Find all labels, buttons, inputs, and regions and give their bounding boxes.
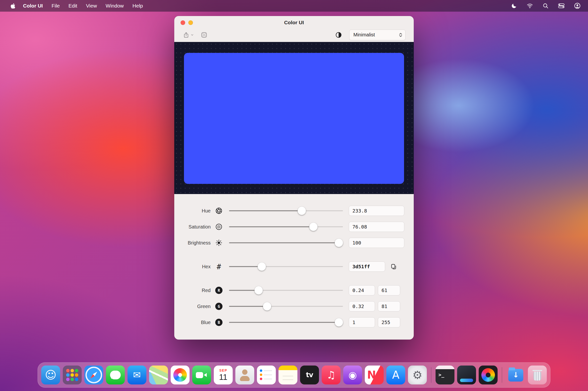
green-slider[interactable]: [229, 302, 343, 310]
settings-glyph: ⚙: [412, 369, 422, 381]
blue-fraction-input[interactable]: [349, 317, 375, 327]
terminal-glyph: >_: [439, 372, 444, 378]
green-badge-icon: G: [214, 303, 224, 310]
sun-icon: [214, 239, 224, 246]
news-glyph: N: [367, 370, 376, 380]
dock-icon-color-wheel[interactable]: [479, 366, 498, 385]
share-icon: [183, 31, 189, 38]
green-slider-thumb[interactable]: [263, 302, 271, 310]
contrast-icon: [335, 31, 342, 38]
red-255-input[interactable]: [378, 285, 400, 295]
search-icon[interactable]: [542, 3, 549, 9]
dock-icon-contacts[interactable]: [235, 366, 254, 385]
dock-icon-notes[interactable]: [279, 366, 297, 385]
red-fraction-input[interactable]: [349, 285, 375, 295]
menu-window[interactable]: Window: [101, 3, 128, 9]
saturation-slider-thumb[interactable]: [309, 223, 317, 231]
dock-icon-appletv[interactable]: tv: [300, 366, 319, 385]
dotted-circle-icon: [214, 223, 224, 230]
hue-slider-thumb[interactable]: [298, 207, 306, 215]
green-slider-fill: [229, 306, 267, 307]
green-255-input[interactable]: [378, 301, 400, 311]
hex-slider-thumb[interactable]: [258, 262, 266, 271]
dice-icon: [201, 31, 208, 38]
dock-icon-maps[interactable]: [149, 366, 168, 385]
finder-glyph: ☺: [45, 369, 57, 381]
window-title: Color UI: [174, 20, 414, 25]
dock-icon-finder[interactable]: ☺: [41, 366, 60, 385]
dock-icon-music[interactable]: ♫: [322, 366, 341, 385]
hue-value-input[interactable]: [349, 206, 404, 216]
dock-icon-trash[interactable]: [528, 366, 547, 385]
minimize-button[interactable]: [188, 20, 193, 25]
dock-icon-photos[interactable]: [171, 366, 190, 385]
blue-label: Blue: [185, 320, 211, 325]
dock-icon-calendar[interactable]: SEP11: [214, 366, 233, 385]
dock-icon-facetime[interactable]: [192, 366, 211, 385]
dock-icon-reminders[interactable]: [257, 366, 276, 385]
close-button[interactable]: [181, 20, 185, 25]
wifi-icon[interactable]: [526, 3, 533, 9]
saturation-label: Saturation: [185, 224, 211, 230]
hex-label: Hex: [185, 264, 211, 270]
hue-slider[interactable]: [229, 207, 343, 215]
desktop: Color UI File Edit View Window Help: [0, 0, 588, 391]
account-icon[interactable]: [574, 2, 581, 9]
dock-icon-news[interactable]: N: [365, 366, 384, 385]
red-slider[interactable]: [229, 286, 343, 294]
hue-slider-fill: [229, 210, 302, 211]
saturation-value-input[interactable]: [349, 222, 404, 232]
menu-help[interactable]: Help: [128, 3, 147, 9]
dock-icon-launchpad[interactable]: [63, 366, 82, 385]
calendar-month: SEP: [219, 369, 227, 372]
dock-icon-safari[interactable]: [84, 366, 103, 385]
blue-badge-icon: B: [214, 319, 224, 326]
color-ui-window: Color UI Minimalist: [174, 16, 414, 340]
green-label: Green: [185, 304, 211, 309]
brightness-value-input[interactable]: [349, 238, 404, 248]
menu-edit[interactable]: Edit: [64, 3, 82, 9]
red-slider-fill: [229, 290, 259, 291]
hex-row: Hex #: [185, 259, 404, 275]
dock-icon-app-dark[interactable]: [457, 366, 476, 385]
dock-icon-mail[interactable]: ✉: [128, 366, 147, 385]
blue-slider-thumb[interactable]: [335, 318, 343, 326]
dock-icon-messages[interactable]: [106, 366, 125, 385]
green-fraction-input[interactable]: [349, 301, 375, 311]
theme-select-value: Minimalist: [353, 32, 375, 38]
dock: ☺✉SEP11tv♫◉NA⚙>_↓: [38, 362, 550, 388]
hex-value-input[interactable]: [349, 262, 385, 272]
hex-slider-fill: [229, 266, 262, 267]
red-badge-icon: R: [214, 287, 224, 294]
brightness-slider-thumb[interactable]: [335, 239, 343, 247]
blue-255-input[interactable]: [378, 317, 400, 327]
blue-slider[interactable]: [229, 318, 343, 326]
menu-file[interactable]: File: [47, 3, 64, 9]
theme-select[interactable]: Minimalist: [349, 30, 405, 40]
appletv-glyph: tv: [306, 372, 313, 378]
dock-icon-podcasts[interactable]: ◉: [343, 366, 362, 385]
copy-hex-button[interactable]: [388, 262, 399, 272]
moon-icon[interactable]: [511, 3, 517, 9]
menubar-app-name[interactable]: Color UI: [19, 3, 47, 9]
title-bar: Color UI: [174, 16, 414, 29]
hex-slider[interactable]: [229, 262, 343, 271]
random-color-button[interactable]: [201, 31, 208, 38]
contrast-button[interactable]: [335, 31, 342, 38]
control-center-icon[interactable]: [558, 3, 565, 9]
dock-icon-downloads[interactable]: ↓: [506, 366, 525, 385]
dock-icon-settings[interactable]: ⚙: [408, 366, 427, 385]
blue-slider-fill: [229, 322, 339, 323]
podcasts-glyph: ◉: [349, 370, 357, 380]
hue-row: Hue: [185, 203, 404, 219]
saturation-slider[interactable]: [229, 223, 343, 231]
saturation-slider-fill: [229, 226, 313, 227]
dock-icon-terminal[interactable]: >_: [436, 366, 454, 385]
apple-menu-icon[interactable]: [7, 3, 19, 9]
red-slider-thumb[interactable]: [254, 286, 263, 294]
dock-icon-appstore[interactable]: A: [386, 366, 405, 385]
brightness-slider[interactable]: [229, 239, 343, 247]
share-button[interactable]: [183, 31, 194, 38]
saturation-row: Saturation: [185, 219, 404, 235]
menu-view[interactable]: View: [82, 3, 101, 9]
